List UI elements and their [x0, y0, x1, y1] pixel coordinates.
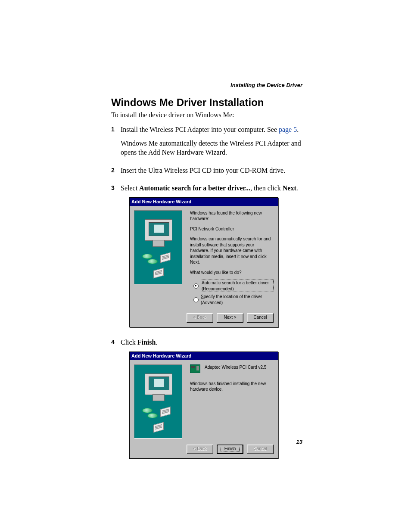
radio-icon	[193, 283, 199, 289]
step-1-para2: Windows Me automatically detects the Wir…	[121, 139, 302, 157]
finish-button[interactable]: Finish	[217, 445, 243, 454]
step-1-text-a: Install the Wireless PCI Adapter into yo…	[121, 126, 279, 133]
step-3-text-a: Select	[121, 184, 139, 192]
step-2: 2 Insert the Ultra Wireless PCI CD into …	[111, 166, 302, 180]
step-3: 3 Select Automatic search for a better d…	[111, 184, 302, 333]
step-number: 4	[111, 339, 121, 345]
step-1: 1 Install the Wireless PCI Adapter into …	[111, 125, 302, 162]
step-number: 1	[111, 126, 121, 133]
page-5-link[interactable]: page 5	[279, 126, 297, 133]
step-3-bold: Automatic search for a better driver...	[139, 184, 250, 192]
cancel-button: Cancel	[247, 445, 274, 454]
opt2-label: pecify the location of the driver (Advan…	[201, 294, 262, 305]
dialog1-description: Windows can automatically search for and…	[190, 236, 274, 265]
radio-automatic-search[interactable]: Automatic search for a better driver (Re…	[193, 280, 274, 292]
radio-specify-location[interactable]: Specify the location of the driver (Adva…	[193, 294, 274, 305]
dialog-titlebar: Add New Hardware Wizard	[130, 198, 278, 206]
dialog2-done-text: Windows has finished installing the new …	[190, 381, 274, 392]
add-hardware-wizard-dialog-1: Add New Hardware Wizard Windows has foun…	[129, 197, 278, 327]
next-button[interactable]: Next >	[217, 313, 243, 323]
step-3-text-b: , then click	[250, 184, 283, 192]
back-button: < Back	[187, 445, 213, 454]
step-3-bold2: Next	[283, 184, 296, 192]
running-head: Installing the Device Driver	[230, 82, 302, 88]
section-heading: Windows Me Driver Installation	[111, 96, 302, 109]
dialog1-device-name: PCI Network Controller	[190, 226, 274, 232]
page-number: 13	[296, 439, 302, 445]
network-card-icon	[190, 364, 200, 373]
wizard-artwork-icon	[134, 364, 182, 439]
step-4-bold: Finish	[137, 339, 156, 346]
cancel-button[interactable]: Cancel	[247, 313, 274, 323]
dialog2-device-name: Adaptec Wireless PCI Card v2.5	[205, 364, 266, 370]
intro-text: To install the device driver on Windows …	[111, 111, 302, 119]
step-4-text-b: .	[156, 339, 157, 346]
step-number: 3	[111, 184, 121, 191]
step-4: 4 Click Finish. Add New Hardware Wizard	[111, 338, 302, 464]
add-hardware-wizard-dialog-2: Add New Hardware Wizard Adaptec Wirel	[129, 352, 278, 459]
dialog-titlebar: Add New Hardware Wizard	[130, 352, 278, 360]
dialog1-prompt: What would you like to do?	[190, 270, 274, 276]
back-button: < Back	[187, 313, 213, 323]
step-2-text: Insert the Ultra Wireless PCI CD into yo…	[121, 166, 285, 175]
wizard-artwork-icon	[134, 210, 182, 284]
dialog1-found-text: Windows has found the following new hard…	[190, 210, 274, 222]
step-number: 2	[111, 167, 121, 174]
step-3-text-c: .	[296, 184, 298, 192]
opt1-mnemonic: A	[202, 280, 205, 285]
opt2-mnemonic: S	[201, 294, 204, 299]
opt1-label: utomatic search for a better driver (Rec…	[202, 280, 269, 291]
step-1-text-b: .	[297, 126, 299, 133]
main-content: Windows Me Driver Installation To instal…	[111, 96, 302, 469]
step-4-text-a: Click	[121, 339, 137, 346]
step-list: 1 Install the Wireless PCI Adapter into …	[111, 125, 302, 465]
radio-icon	[193, 297, 199, 302]
